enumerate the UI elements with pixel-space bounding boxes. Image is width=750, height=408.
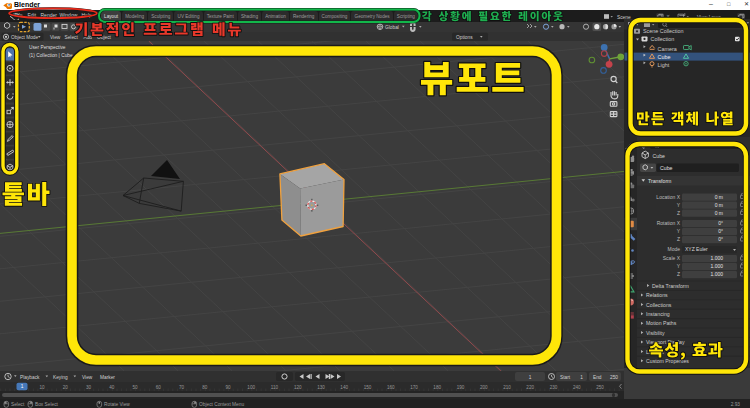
svg-text:0 m: 0 m [715,194,723,200]
svg-text:Options: Options [456,35,473,40]
svg-text:70: 70 [179,385,185,390]
svg-text:200: 200 [480,385,488,390]
svg-text:Visibility: Visibility [646,330,665,336]
svg-text:160: 160 [387,385,395,390]
svg-text:0 m: 0 m [715,202,723,208]
svg-text:Object Context Menu: Object Context Menu [199,402,244,407]
svg-text:190: 190 [457,385,465,390]
svg-text:Object: Object [97,35,112,40]
svg-text:✕: ✕ [666,13,670,19]
svg-text:0 m: 0 m [715,210,723,216]
svg-text:Z: Z [677,210,680,216]
svg-text:210: 210 [503,385,511,390]
svg-text:Delta Transform: Delta Transform [652,283,689,289]
svg-text:1.000: 1.000 [710,271,723,277]
svg-text:0°: 0° [718,220,723,226]
svg-text:250: 250 [596,385,604,390]
svg-text:230: 230 [550,385,558,390]
svg-text:1.000: 1.000 [710,263,723,269]
svg-text:1.000: 1.000 [710,255,723,261]
svg-text:100: 100 [247,385,255,390]
svg-text:150: 150 [364,385,372,390]
svg-text:Keying: Keying [53,375,68,380]
svg-text:Line Art: Line Art [646,349,664,355]
svg-text:Scene Collection: Scene Collection [643,28,683,34]
svg-text:60: 60 [156,385,162,390]
svg-text:(1) Collection | Cube: (1) Collection | Cube [29,53,73,58]
svg-text:Motion Paths: Motion Paths [646,320,677,326]
svg-text:Z: Z [677,271,680,277]
svg-text:1: 1 [580,375,583,380]
svg-text:Viewport Display: Viewport Display [646,339,685,345]
svg-text:2.93: 2.93 [731,402,741,407]
svg-text:Z: Z [677,236,680,242]
svg-text:Select: Select [65,35,79,40]
svg-text:Global: Global [385,25,399,30]
svg-text:1: 1 [529,375,532,380]
svg-text:250: 250 [610,375,618,380]
svg-text:240: 240 [573,385,581,390]
svg-text:180: 180 [433,385,441,390]
svg-text:Instancing: Instancing [646,311,670,317]
svg-text:140: 140 [340,385,348,390]
svg-text:Scale X: Scale X [663,255,681,261]
svg-text:Marker: Marker [100,375,115,380]
svg-text:Location X: Location X [656,194,680,200]
svg-text:Relations: Relations [646,292,668,298]
svg-text:User Perspective: User Perspective [29,45,66,50]
svg-text:Cube: Cube [660,165,673,171]
svg-text:Custom Properties: Custom Properties [646,358,689,364]
svg-text:90: 90 [225,385,231,390]
svg-text:XYZ Euler: XYZ Euler [685,246,708,252]
svg-text:Box Select: Box Select [35,402,59,407]
svg-text:110: 110 [271,385,279,390]
svg-text:20: 20 [63,385,69,390]
svg-text:Transform: Transform [648,178,671,184]
svg-text:Light: Light [658,62,670,68]
svg-text:Mode: Mode [667,246,680,252]
svg-text:Playback: Playback [20,375,40,380]
svg-text:Rotation X: Rotation X [657,220,681,226]
svg-text:80: 80 [202,385,208,390]
svg-text:10: 10 [39,385,45,390]
svg-text:220: 220 [526,385,534,390]
svg-text:End: End [593,375,602,380]
svg-text:Cube: Cube [658,54,671,60]
svg-text:View: View [82,375,93,380]
svg-text:50: 50 [132,385,138,390]
svg-text:Camera: Camera [658,46,677,52]
svg-text:Select: Select [11,402,25,407]
svg-text:170: 170 [410,385,418,390]
svg-text:View: View [50,35,61,40]
svg-text:Start: Start [560,375,571,380]
svg-text:40: 40 [109,385,115,390]
svg-text:120: 120 [294,385,302,390]
svg-text:130: 130 [317,385,325,390]
svg-text:1: 1 [21,384,24,389]
svg-text:Collection: Collection [651,36,675,42]
svg-text:Object Mode: Object Mode [11,35,39,40]
svg-text:0°: 0° [718,236,723,242]
svg-text:Rotate View: Rotate View [104,402,130,407]
svg-text:30: 30 [86,385,92,390]
svg-text:Add: Add [84,35,93,40]
svg-text:0°: 0° [718,228,723,234]
svg-text:Collections: Collections [646,302,672,308]
svg-text:Cube: Cube [653,153,666,159]
